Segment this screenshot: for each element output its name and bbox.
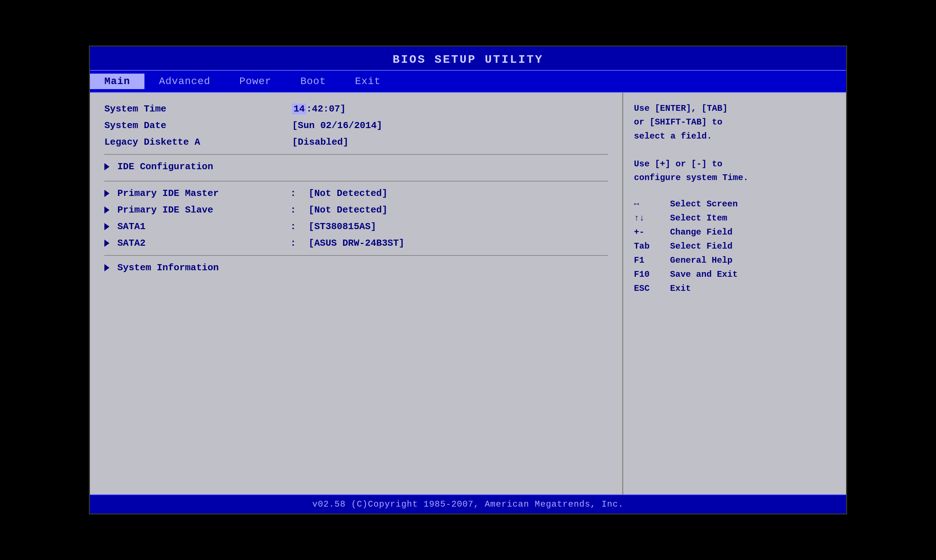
sata2-label: SATA2	[104, 238, 285, 249]
system-info-row[interactable]: System Information	[104, 262, 608, 273]
colon-1: :	[290, 188, 296, 199]
system-date-value[interactable]: [Sun 02/16/2014]	[292, 120, 382, 131]
footer-bar: v02.58 (C)Copyright 1985-2007, American …	[90, 494, 846, 514]
menu-item-exit[interactable]: Exit	[341, 74, 395, 89]
key-esc-desc: Exit	[670, 284, 691, 293]
ide-config-row[interactable]: IDE Configuration	[104, 161, 608, 172]
system-info-label: System Information	[104, 262, 285, 273]
bios-screen: BIOS SETUP UTILITY Main Advanced Power B…	[89, 45, 847, 515]
content-area: System Time 14:42:07] System Date [Sun 0…	[90, 93, 846, 494]
primary-ide-slave-row[interactable]: Primary IDE Slave : [Not Detected]	[104, 205, 608, 215]
key-tab-label: Tab	[634, 242, 663, 251]
primary-ide-master-arrow-icon	[104, 190, 109, 197]
separator-2	[104, 181, 608, 182]
primary-ide-master-label: Primary IDE Master	[104, 188, 285, 199]
key-f1-label: F1	[634, 255, 663, 265]
menu-item-boot[interactable]: Boot	[286, 74, 341, 89]
keybinding-f1: F1 General Help	[634, 255, 835, 265]
key-tab-desc: Select Field	[670, 242, 733, 251]
keybinding-section: ↔ Select Screen ↑↓ Select Item +- Change…	[634, 199, 835, 293]
key-arrows-lr-label: ↔	[634, 199, 663, 209]
menu-item-advanced[interactable]: Advanced	[145, 74, 225, 89]
keybinding-arrows-ud: ↑↓ Select Item	[634, 213, 835, 223]
sata2-row[interactable]: SATA2 : [ASUS DRW-24B3ST]	[104, 238, 608, 249]
side-panel: Use [ENTER], [TAB] or [SHIFT-TAB] to sel…	[623, 93, 846, 494]
colon-2: :	[290, 205, 296, 215]
ide-config-arrow-icon	[104, 163, 109, 170]
system-time-hour[interactable]: 14	[292, 103, 306, 114]
key-arrows-lr-desc: Select Screen	[670, 199, 738, 209]
key-f10-desc: Save and Exit	[670, 269, 738, 279]
sata2-value: [ASUS DRW-24B3ST]	[309, 238, 404, 249]
system-date-row[interactable]: System Date [Sun 02/16/2014]	[104, 120, 608, 131]
keybinding-arrows-lr: ↔ Select Screen	[634, 199, 835, 209]
title-bar: BIOS SETUP UTILITY	[90, 46, 846, 70]
separator-3	[104, 255, 608, 256]
primary-ide-master-row[interactable]: Primary IDE Master : [Not Detected]	[104, 188, 608, 199]
key-f1-desc: General Help	[670, 255, 733, 265]
colon-3: :	[290, 221, 296, 232]
footer-text: v02.58 (C)Copyright 1985-2007, American …	[312, 499, 624, 509]
sata1-arrow-icon	[104, 223, 109, 230]
primary-ide-slave-value: [Not Detected]	[309, 205, 387, 215]
primary-ide-slave-arrow-icon	[104, 206, 109, 214]
system-info-arrow-icon	[104, 264, 109, 271]
primary-ide-slave-label: Primary IDE Slave	[104, 205, 285, 215]
sata2-arrow-icon	[104, 240, 109, 247]
key-f10-label: F10	[634, 269, 663, 279]
keybinding-esc: ESC Exit	[634, 284, 835, 293]
sata1-row[interactable]: SATA1 : [ST380815AS]	[104, 221, 608, 232]
system-time-row[interactable]: System Time 14:42:07]	[104, 103, 608, 114]
main-panel: System Time 14:42:07] System Date [Sun 0…	[90, 93, 623, 494]
sata1-label: SATA1	[104, 221, 285, 232]
separator-1	[104, 154, 608, 155]
menu-bar[interactable]: Main Advanced Power Boot Exit	[90, 70, 846, 93]
system-time-label: System Time	[104, 103, 285, 114]
system-date-label: System Date	[104, 120, 285, 131]
keybinding-f10: F10 Save and Exit	[634, 269, 835, 279]
key-arrows-ud-label: ↑↓	[634, 213, 663, 223]
legacy-diskette-value[interactable]: [Disabled]	[292, 137, 348, 148]
legacy-diskette-row[interactable]: Legacy Diskette A [Disabled]	[104, 137, 608, 148]
menu-item-main[interactable]: Main	[90, 74, 145, 89]
key-esc-label: ESC	[634, 284, 663, 293]
menu-item-power[interactable]: Power	[225, 74, 286, 89]
bios-title: BIOS SETUP UTILITY	[393, 53, 543, 66]
system-time-value[interactable]: 14:42:07]	[292, 103, 345, 114]
help-text: Use [ENTER], [TAB] or [SHIFT-TAB] to sel…	[634, 102, 835, 185]
keybinding-plusminus: +- Change Field	[634, 227, 835, 237]
key-plusminus-label: +-	[634, 227, 663, 237]
keybinding-tab: Tab Select Field	[634, 242, 835, 251]
sata1-value: [ST380815AS]	[309, 221, 376, 232]
legacy-diskette-label: Legacy Diskette A	[104, 137, 285, 148]
key-arrows-ud-desc: Select Item	[670, 213, 727, 223]
colon-4: :	[290, 238, 296, 249]
key-plusminus-desc: Change Field	[670, 227, 733, 237]
ide-config-label: IDE Configuration	[104, 161, 285, 172]
monitor: BIOS SETUP UTILITY Main Advanced Power B…	[71, 31, 865, 529]
primary-ide-master-value: [Not Detected]	[309, 188, 387, 199]
